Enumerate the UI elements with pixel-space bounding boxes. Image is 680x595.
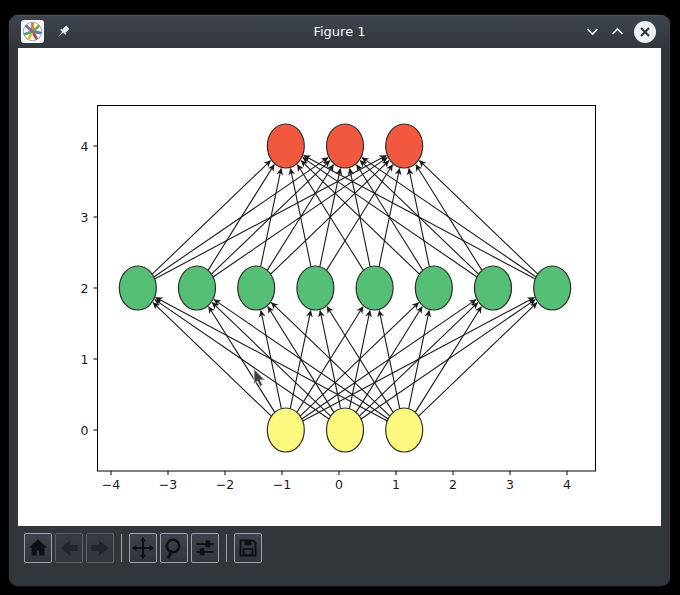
x-tick-label: 1 — [392, 477, 400, 492]
edge-arrow — [301, 161, 419, 275]
hidden-node — [297, 266, 334, 310]
x-tick-label: −1 — [273, 477, 291, 492]
matplotlib-toolbar — [9, 526, 670, 586]
pan-button[interactable] — [129, 533, 157, 563]
x-tick-label: 0 — [335, 477, 343, 492]
edge-arrow — [327, 307, 393, 413]
output-node — [386, 124, 423, 168]
edge-arrow — [208, 165, 274, 271]
zoom-button[interactable] — [160, 533, 188, 563]
x-tick-label: 2 — [449, 477, 457, 492]
edge-arrow — [153, 303, 271, 417]
edge-arrow — [303, 158, 477, 277]
x-tick-label: 3 — [506, 477, 514, 492]
output-node — [267, 124, 304, 168]
hidden-node — [415, 266, 452, 310]
figure-canvas[interactable]: −4−3−2−10123401234 — [18, 48, 661, 526]
edge-arrow — [415, 307, 481, 413]
edge-arrow — [362, 158, 536, 277]
network-plot: −4−3−2−10123401234 — [18, 48, 661, 526]
subplots-button[interactable] — [191, 533, 219, 563]
pin-icon[interactable] — [54, 23, 72, 41]
save-button[interactable] — [234, 533, 262, 563]
edge-arrow — [419, 303, 537, 417]
titlebar[interactable]: Figure 1 — [9, 15, 670, 48]
chevron-down-icon[interactable] — [584, 24, 600, 40]
x-tick-label: 4 — [563, 477, 571, 492]
y-tick-label: 4 — [81, 139, 89, 154]
window-title: Figure 1 — [9, 24, 670, 39]
edge-arrow — [152, 161, 270, 275]
hidden-node — [534, 266, 571, 310]
edge-arrow — [155, 300, 329, 419]
edge-arrow — [419, 161, 537, 275]
matplotlib-logo-icon[interactable] — [21, 20, 44, 43]
input-node — [386, 408, 423, 452]
edge-arrow — [214, 300, 388, 419]
edge-arrow — [409, 311, 429, 409]
y-tick-label: 0 — [81, 423, 89, 438]
hidden-node — [238, 266, 275, 310]
edge-arrow — [261, 169, 281, 267]
x-tick-label: −3 — [159, 477, 177, 492]
figure-window: Figure 1 — [9, 15, 670, 586]
hidden-node — [119, 266, 156, 310]
toolbar-separator — [226, 534, 227, 562]
hidden-node — [475, 266, 512, 310]
y-tick-label: 2 — [81, 281, 89, 296]
y-tick-label: 3 — [81, 210, 89, 225]
input-node — [327, 408, 364, 452]
x-tick-label: −4 — [102, 477, 120, 492]
edge-arrow — [304, 156, 536, 279]
back-button[interactable] — [55, 533, 83, 563]
close-icon[interactable] — [634, 21, 656, 43]
x-tick-label: −2 — [216, 477, 234, 492]
hidden-node — [356, 266, 393, 310]
y-tick-label: 1 — [81, 352, 89, 367]
hidden-node — [179, 266, 216, 310]
output-node — [327, 124, 364, 168]
toolbar-separator — [121, 534, 122, 562]
home-button[interactable] — [24, 533, 52, 563]
edge-arrow — [156, 298, 388, 421]
forward-button[interactable] — [86, 533, 114, 563]
chevron-up-icon[interactable] — [609, 24, 625, 40]
input-node — [267, 408, 304, 452]
